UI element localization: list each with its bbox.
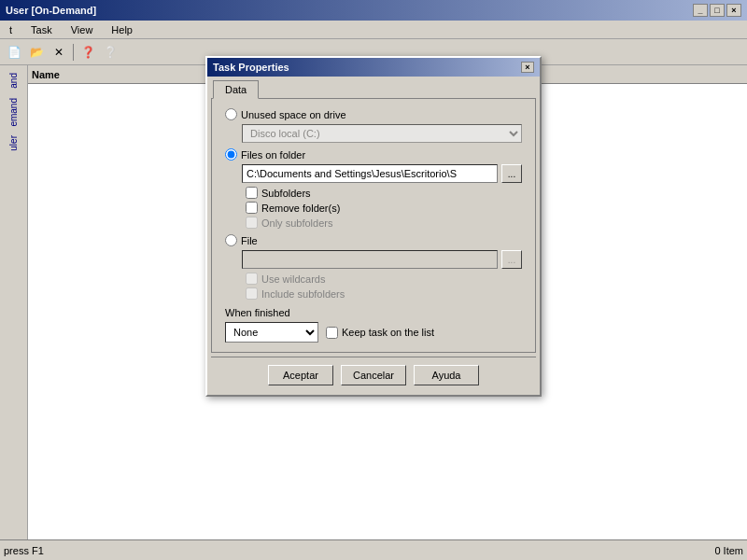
only-subfolders-label: Only subfolders — [261, 217, 332, 229]
use-wildcards-label: Use wildcards — [261, 273, 325, 285]
keep-task-label[interactable]: Keep task on the list — [326, 327, 434, 339]
ok-button[interactable]: Aceptar — [268, 365, 333, 385]
tab-data[interactable]: Data — [213, 80, 259, 99]
folder-browse-button[interactable]: ... — [501, 164, 522, 183]
file-radio-label[interactable]: File — [225, 234, 522, 246]
dialog-title: Task Properties — [213, 62, 521, 73]
dialog-close-button[interactable]: × — [521, 62, 534, 73]
remove-folder-checkbox[interactable] — [246, 202, 258, 214]
file-group: File ... Use wildcards Include subfolder… — [225, 234, 522, 300]
unused-space-radio[interactable] — [225, 108, 237, 120]
file-path-row: ... — [242, 250, 522, 269]
dialog-buttons: Aceptar Cancelar Ayuda — [211, 357, 536, 395]
only-subfolders-checkbox — [246, 217, 258, 229]
folder-path-input[interactable] — [242, 164, 498, 183]
dialog-title-bar: Task Properties × — [207, 58, 540, 77]
drive-dropdown[interactable]: Disco local (C:) — [242, 124, 522, 143]
keep-task-checkbox[interactable] — [326, 327, 338, 339]
files-on-folder-group: Files on folder ... Subfolders Remove fo… — [225, 148, 522, 229]
help-dialog-button[interactable]: Ayuda — [414, 365, 479, 385]
dialog-tabs: Data — [207, 77, 540, 98]
subfolders-checkbox[interactable] — [246, 187, 258, 199]
task-properties-dialog: Task Properties × Data Unused space on d… — [205, 56, 542, 397]
subfolders-label: Subfolders — [261, 188, 311, 199]
files-on-folder-radio-label[interactable]: Files on folder — [225, 148, 522, 161]
subfolders-checkbox-label[interactable]: Subfolders — [246, 187, 522, 199]
include-subfolders-checkbox — [246, 287, 258, 300]
include-subfolders-checkbox-label: Include subfolders — [246, 287, 522, 300]
files-on-folder-radio[interactable] — [225, 148, 237, 161]
when-finished-label: When finished — [225, 307, 290, 318]
remove-folder-label: Remove folder(s) — [261, 203, 340, 214]
files-on-folder-label: Files on folder — [241, 149, 305, 161]
use-wildcards-checkbox-label: Use wildcards — [246, 273, 522, 285]
file-radio[interactable] — [225, 234, 237, 246]
include-subfolders-label: Include subfolders — [261, 288, 345, 300]
keep-task-text: Keep task on the list — [342, 327, 434, 338]
unused-space-group: Unused space on drive Disco local (C:) — [225, 108, 522, 143]
file-path-input — [242, 250, 498, 269]
remove-folder-checkbox-label[interactable]: Remove folder(s) — [246, 202, 522, 214]
use-wildcards-checkbox — [246, 273, 258, 285]
only-subfolders-checkbox-label[interactable]: Only subfolders — [246, 217, 522, 229]
file-browse-button: ... — [501, 250, 522, 269]
when-finished-row: None Keep task on the list — [225, 322, 522, 343]
unused-space-label: Unused space on drive — [241, 109, 346, 120]
dialog-content: Unused space on drive Disco local (C:) F… — [211, 98, 536, 353]
when-finished-section-label: When finished — [225, 307, 522, 318]
unused-space-radio-label[interactable]: Unused space on drive — [225, 108, 522, 120]
cancel-button[interactable]: Cancelar — [341, 365, 406, 385]
when-finished-dropdown[interactable]: None — [225, 322, 318, 343]
dialog-overlay: Task Properties × Data Unused space on d… — [0, 0, 747, 560]
file-label: File — [241, 235, 258, 246]
folder-path-row: ... — [242, 164, 522, 183]
drive-dropdown-container: Disco local (C:) — [242, 124, 522, 143]
